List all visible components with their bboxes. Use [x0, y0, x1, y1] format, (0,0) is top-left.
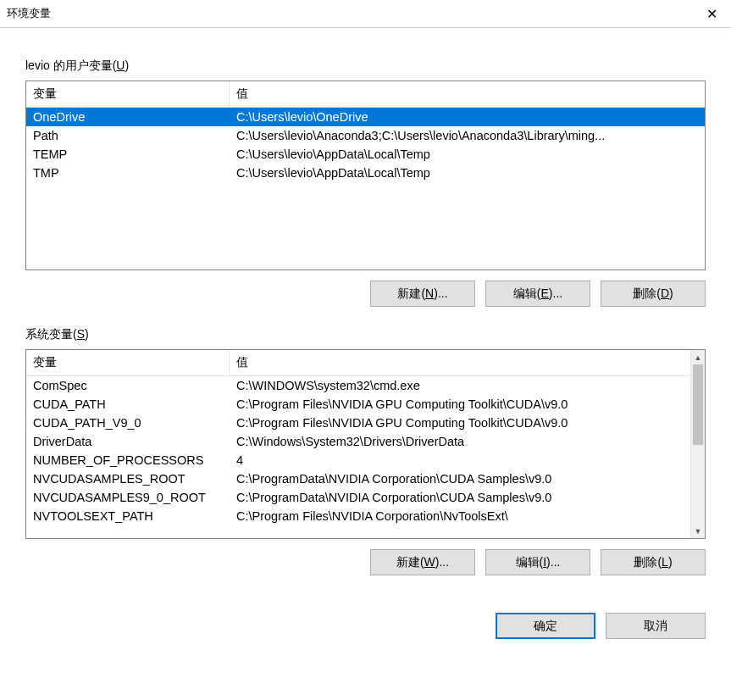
- table-row[interactable]: CUDA_PATHC:\Program Files\NVIDIA GPU Com…: [26, 395, 690, 414]
- var-name-cell: NUMBER_OF_PROCESSORS: [26, 451, 230, 469]
- var-name-cell: NVCUDASAMPLES_ROOT: [26, 469, 230, 488]
- scroll-up-icon[interactable]: ▲: [691, 350, 705, 364]
- user-vars-listbox[interactable]: 变量 值 OneDriveC:\Users\levio\OneDrivePath…: [25, 81, 706, 270]
- user-edit-button[interactable]: 编辑(E)...: [485, 281, 590, 307]
- system-vars-rows: ComSpecC:\WINDOWS\system32\cmd.exeCUDA_P…: [26, 376, 690, 525]
- var-value-cell: C:\WINDOWS\system32\cmd.exe: [230, 376, 690, 395]
- system-new-button[interactable]: 新建(W)...: [370, 549, 475, 575]
- system-header-value[interactable]: 值: [230, 350, 690, 375]
- var-name-cell: Path: [26, 126, 230, 145]
- dialog-buttons: 确定 取消: [0, 597, 731, 641]
- table-row[interactable]: TMPC:\Users\levio\AppData\Local\Temp: [26, 164, 705, 182]
- table-row[interactable]: NVCUDASAMPLES_ROOTC:\ProgramData\NVIDIA …: [26, 469, 690, 488]
- var-value-cell: 4: [230, 451, 690, 469]
- var-name-cell: TMP: [26, 164, 230, 182]
- system-header-variable[interactable]: 变量: [26, 350, 230, 375]
- table-row[interactable]: DriverDataC:\Windows\System32\Drivers\Dr…: [26, 432, 690, 451]
- user-vars-label: levio 的用户变量(U): [25, 58, 706, 74]
- close-button[interactable]: ✕: [692, 0, 731, 27]
- var-name-cell: CUDA_PATH_V9_0: [26, 414, 230, 432]
- user-header-variable[interactable]: 变量: [26, 81, 230, 107]
- table-row[interactable]: NUMBER_OF_PROCESSORS4: [26, 451, 690, 469]
- var-value-cell: C:\ProgramData\NVIDIA Corporation\CUDA S…: [230, 488, 690, 507]
- cancel-button[interactable]: 取消: [606, 613, 706, 639]
- table-row[interactable]: NVCUDASAMPLES9_0_ROOTC:\ProgramData\NVID…: [26, 488, 690, 507]
- table-row[interactable]: OneDriveC:\Users\levio\OneDrive: [26, 108, 705, 126]
- scroll-thumb[interactable]: [693, 364, 703, 445]
- user-delete-button[interactable]: 删除(D): [601, 281, 706, 307]
- var-name-cell: NVTOOLSEXT_PATH: [26, 507, 230, 525]
- system-vars-buttons: 新建(W)... 编辑(I)... 删除(L): [25, 549, 706, 575]
- scroll-track[interactable]: [691, 364, 705, 524]
- user-header-value[interactable]: 值: [230, 81, 705, 107]
- window-title: 环境变量: [7, 6, 51, 21]
- var-value-cell: C:\Users\levio\AppData\Local\Temp: [230, 145, 705, 164]
- var-name-cell: OneDrive: [26, 108, 230, 126]
- ok-button[interactable]: 确定: [496, 613, 595, 639]
- system-vars-listbox[interactable]: 变量 值 ComSpecC:\WINDOWS\system32\cmd.exeC…: [25, 349, 706, 539]
- var-value-cell: C:\Program Files\NVIDIA GPU Computing To…: [230, 395, 690, 414]
- table-row[interactable]: TEMPC:\Users\levio\AppData\Local\Temp: [26, 145, 705, 164]
- var-name-cell: TEMP: [26, 145, 230, 164]
- var-value-cell: C:\ProgramData\NVIDIA Corporation\CUDA S…: [230, 469, 690, 488]
- user-vars-rows: OneDriveC:\Users\levio\OneDrivePathC:\Us…: [26, 108, 705, 182]
- var-name-cell: ComSpec: [26, 376, 230, 395]
- system-delete-button[interactable]: 删除(L): [601, 549, 706, 575]
- scroll-down-icon[interactable]: ▼: [691, 524, 705, 538]
- var-value-cell: C:\Program Files\NVIDIA Corporation\NvTo…: [230, 507, 690, 525]
- user-vars-header: 变量 值: [26, 81, 705, 108]
- content-area: levio 的用户变量(U) 变量 值 OneDriveC:\Users\lev…: [0, 28, 731, 592]
- var-name-cell: CUDA_PATH: [26, 395, 230, 414]
- var-name-cell: DriverData: [26, 432, 230, 451]
- var-value-cell: C:\Program Files\NVIDIA GPU Computing To…: [230, 414, 690, 432]
- system-vars-header: 变量 值: [26, 350, 690, 376]
- titlebar: 环境变量 ✕: [0, 0, 731, 27]
- table-row[interactable]: ComSpecC:\WINDOWS\system32\cmd.exe: [26, 376, 690, 395]
- var-value-cell: C:\Users\levio\OneDrive: [230, 108, 705, 126]
- var-value-cell: C:\Users\levio\AppData\Local\Temp: [230, 164, 705, 182]
- system-scrollbar[interactable]: ▲ ▼: [690, 350, 705, 538]
- table-row[interactable]: NVTOOLSEXT_PATHC:\Program Files\NVIDIA C…: [26, 507, 690, 525]
- system-vars-label: 系统变量(S): [25, 327, 706, 342]
- system-edit-button[interactable]: 编辑(I)...: [485, 549, 590, 575]
- var-value-cell: C:\Windows\System32\Drivers\DriverData: [230, 432, 690, 451]
- table-row[interactable]: PathC:\Users\levio\Anaconda3;C:\Users\le…: [26, 126, 705, 145]
- var-name-cell: NVCUDASAMPLES9_0_ROOT: [26, 488, 230, 507]
- user-vars-buttons: 新建(N)... 编辑(E)... 删除(D): [25, 281, 706, 307]
- var-value-cell: C:\Users\levio\Anaconda3;C:\Users\levio\…: [230, 126, 705, 145]
- user-new-button[interactable]: 新建(N)...: [370, 281, 475, 307]
- close-icon: ✕: [706, 6, 717, 22]
- table-row[interactable]: CUDA_PATH_V9_0C:\Program Files\NVIDIA GP…: [26, 414, 690, 432]
